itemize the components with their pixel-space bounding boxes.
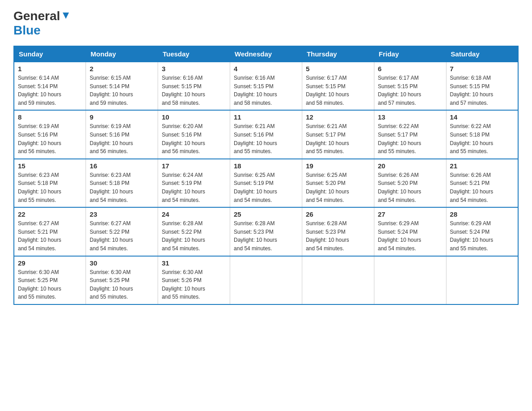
day-info: Sunrise: 6:17 AMSunset: 5:15 PMDaylight:… bbox=[378, 75, 421, 106]
day-info: Sunrise: 6:25 AMSunset: 5:19 PMDaylight:… bbox=[234, 172, 277, 203]
calendar-cell: 27 Sunrise: 6:29 AMSunset: 5:24 PMDaylig… bbox=[374, 207, 446, 256]
day-info: Sunrise: 6:26 AMSunset: 5:21 PMDaylight:… bbox=[450, 172, 493, 203]
calendar-cell: 16 Sunrise: 6:23 AMSunset: 5:18 PMDaylig… bbox=[86, 159, 158, 207]
calendar-cell: 14 Sunrise: 6:22 AMSunset: 5:18 PMDaylig… bbox=[446, 110, 518, 158]
day-info: Sunrise: 6:30 AMSunset: 5:25 PMDaylight:… bbox=[18, 269, 61, 300]
calendar-cell bbox=[302, 256, 374, 304]
calendar-cell: 20 Sunrise: 6:26 AMSunset: 5:20 PMDaylig… bbox=[374, 159, 446, 207]
day-number: 1 bbox=[18, 65, 82, 73]
day-info: Sunrise: 6:28 AMSunset: 5:22 PMDaylight:… bbox=[162, 220, 205, 252]
day-of-week-header: Wednesday bbox=[230, 46, 302, 62]
day-info: Sunrise: 6:14 AMSunset: 5:14 PMDaylight:… bbox=[18, 75, 61, 106]
day-number: 22 bbox=[18, 210, 82, 218]
logo-triangle-icon bbox=[61, 11, 71, 21]
day-info: Sunrise: 6:19 AMSunset: 5:16 PMDaylight:… bbox=[90, 123, 133, 154]
day-number: 15 bbox=[18, 162, 82, 170]
day-number: 24 bbox=[162, 210, 226, 218]
day-number: 9 bbox=[90, 113, 154, 121]
day-number: 13 bbox=[378, 113, 442, 121]
day-info: Sunrise: 6:30 AMSunset: 5:25 PMDaylight:… bbox=[90, 269, 133, 300]
day-info: Sunrise: 6:19 AMSunset: 5:16 PMDaylight:… bbox=[18, 123, 61, 154]
day-info: Sunrise: 6:30 AMSunset: 5:26 PMDaylight:… bbox=[162, 269, 205, 300]
day-of-week-header: Sunday bbox=[14, 46, 86, 62]
day-number: 4 bbox=[234, 65, 298, 73]
calendar-cell: 19 Sunrise: 6:25 AMSunset: 5:20 PMDaylig… bbox=[302, 159, 374, 207]
calendar-cell bbox=[230, 256, 302, 304]
day-info: Sunrise: 6:21 AMSunset: 5:17 PMDaylight:… bbox=[306, 123, 349, 154]
day-number: 5 bbox=[306, 65, 370, 73]
calendar-cell: 28 Sunrise: 6:29 AMSunset: 5:24 PMDaylig… bbox=[446, 207, 518, 256]
calendar-week-row: 22 Sunrise: 6:27 AMSunset: 5:21 PMDaylig… bbox=[14, 207, 518, 256]
day-number: 19 bbox=[306, 162, 370, 170]
calendar-cell: 24 Sunrise: 6:28 AMSunset: 5:22 PMDaylig… bbox=[158, 207, 230, 256]
day-info: Sunrise: 6:28 AMSunset: 5:23 PMDaylight:… bbox=[306, 220, 349, 252]
calendar-cell: 23 Sunrise: 6:27 AMSunset: 5:22 PMDaylig… bbox=[86, 207, 158, 256]
day-info: Sunrise: 6:24 AMSunset: 5:19 PMDaylight:… bbox=[162, 172, 205, 203]
day-info: Sunrise: 6:21 AMSunset: 5:16 PMDaylight:… bbox=[234, 123, 277, 154]
day-info: Sunrise: 6:27 AMSunset: 5:21 PMDaylight:… bbox=[18, 220, 61, 252]
calendar-table: SundayMondayTuesdayWednesdayThursdayFrid… bbox=[13, 46, 519, 305]
svg-marker-0 bbox=[63, 13, 69, 19]
day-number: 29 bbox=[18, 259, 82, 267]
day-info: Sunrise: 6:23 AMSunset: 5:18 PMDaylight:… bbox=[90, 172, 133, 203]
day-number: 10 bbox=[162, 113, 226, 121]
day-info: Sunrise: 6:23 AMSunset: 5:18 PMDaylight:… bbox=[18, 172, 61, 203]
day-number: 11 bbox=[234, 113, 298, 121]
calendar-cell: 25 Sunrise: 6:28 AMSunset: 5:23 PMDaylig… bbox=[230, 207, 302, 256]
calendar-cell: 11 Sunrise: 6:21 AMSunset: 5:16 PMDaylig… bbox=[230, 110, 302, 158]
day-number: 23 bbox=[90, 210, 154, 218]
day-info: Sunrise: 6:22 AMSunset: 5:18 PMDaylight:… bbox=[450, 123, 493, 154]
day-info: Sunrise: 6:25 AMSunset: 5:20 PMDaylight:… bbox=[306, 172, 349, 203]
day-number: 12 bbox=[306, 113, 370, 121]
calendar-cell: 3 Sunrise: 6:16 AMSunset: 5:15 PMDayligh… bbox=[158, 62, 230, 110]
calendar-cell: 8 Sunrise: 6:19 AMSunset: 5:16 PMDayligh… bbox=[14, 110, 86, 158]
day-number: 3 bbox=[162, 65, 226, 73]
day-number: 6 bbox=[378, 65, 442, 73]
calendar-header-row: SundayMondayTuesdayWednesdayThursdayFrid… bbox=[14, 46, 518, 62]
day-info: Sunrise: 6:29 AMSunset: 5:24 PMDaylight:… bbox=[378, 220, 421, 252]
page-header: General Blue bbox=[13, 9, 519, 38]
calendar-cell bbox=[374, 256, 446, 304]
day-number: 20 bbox=[378, 162, 442, 170]
calendar-week-row: 8 Sunrise: 6:19 AMSunset: 5:16 PMDayligh… bbox=[14, 110, 518, 158]
calendar-cell: 13 Sunrise: 6:22 AMSunset: 5:17 PMDaylig… bbox=[374, 110, 446, 158]
calendar-week-row: 1 Sunrise: 6:14 AMSunset: 5:14 PMDayligh… bbox=[14, 62, 518, 110]
calendar-cell: 21 Sunrise: 6:26 AMSunset: 5:21 PMDaylig… bbox=[446, 159, 518, 207]
calendar-cell: 18 Sunrise: 6:25 AMSunset: 5:19 PMDaylig… bbox=[230, 159, 302, 207]
day-number: 21 bbox=[450, 162, 514, 170]
calendar-cell: 6 Sunrise: 6:17 AMSunset: 5:15 PMDayligh… bbox=[374, 62, 446, 110]
calendar-cell: 1 Sunrise: 6:14 AMSunset: 5:14 PMDayligh… bbox=[14, 62, 86, 110]
logo-blue-text: Blue bbox=[13, 23, 41, 37]
day-number: 16 bbox=[90, 162, 154, 170]
day-number: 25 bbox=[234, 210, 298, 218]
day-number: 2 bbox=[90, 65, 154, 73]
calendar-cell: 17 Sunrise: 6:24 AMSunset: 5:19 PMDaylig… bbox=[158, 159, 230, 207]
calendar-cell: 4 Sunrise: 6:16 AMSunset: 5:15 PMDayligh… bbox=[230, 62, 302, 110]
day-of-week-header: Thursday bbox=[302, 46, 374, 62]
day-info: Sunrise: 6:16 AMSunset: 5:15 PMDaylight:… bbox=[234, 75, 277, 106]
calendar-cell: 31 Sunrise: 6:30 AMSunset: 5:26 PMDaylig… bbox=[158, 256, 230, 304]
day-info: Sunrise: 6:29 AMSunset: 5:24 PMDaylight:… bbox=[450, 220, 493, 252]
calendar-cell: 9 Sunrise: 6:19 AMSunset: 5:16 PMDayligh… bbox=[86, 110, 158, 158]
calendar-cell: 5 Sunrise: 6:17 AMSunset: 5:15 PMDayligh… bbox=[302, 62, 374, 110]
day-info: Sunrise: 6:18 AMSunset: 5:15 PMDaylight:… bbox=[450, 75, 493, 106]
day-number: 14 bbox=[450, 113, 514, 121]
calendar-cell: 29 Sunrise: 6:30 AMSunset: 5:25 PMDaylig… bbox=[14, 256, 86, 304]
day-number: 18 bbox=[234, 162, 298, 170]
day-info: Sunrise: 6:17 AMSunset: 5:15 PMDaylight:… bbox=[306, 75, 349, 106]
day-of-week-header: Monday bbox=[86, 46, 158, 62]
calendar-cell: 15 Sunrise: 6:23 AMSunset: 5:18 PMDaylig… bbox=[14, 159, 86, 207]
day-number: 7 bbox=[450, 65, 514, 73]
day-info: Sunrise: 6:16 AMSunset: 5:15 PMDaylight:… bbox=[162, 75, 205, 106]
calendar-cell: 10 Sunrise: 6:20 AMSunset: 5:16 PMDaylig… bbox=[158, 110, 230, 158]
day-number: 27 bbox=[378, 210, 442, 218]
day-info: Sunrise: 6:28 AMSunset: 5:23 PMDaylight:… bbox=[234, 220, 277, 252]
day-of-week-header: Tuesday bbox=[158, 46, 230, 62]
calendar-cell: 26 Sunrise: 6:28 AMSunset: 5:23 PMDaylig… bbox=[302, 207, 374, 256]
day-info: Sunrise: 6:27 AMSunset: 5:22 PMDaylight:… bbox=[90, 220, 133, 252]
day-number: 28 bbox=[450, 210, 514, 218]
day-number: 8 bbox=[18, 113, 82, 121]
calendar-cell: 2 Sunrise: 6:15 AMSunset: 5:14 PMDayligh… bbox=[86, 62, 158, 110]
calendar-week-row: 29 Sunrise: 6:30 AMSunset: 5:25 PMDaylig… bbox=[14, 256, 518, 304]
calendar-week-row: 15 Sunrise: 6:23 AMSunset: 5:18 PMDaylig… bbox=[14, 159, 518, 207]
